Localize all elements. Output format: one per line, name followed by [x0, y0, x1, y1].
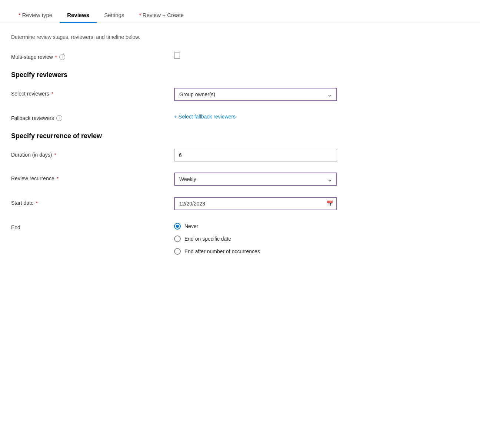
multi-stage-row: Multi-stage review * i [11, 51, 359, 60]
duration-input[interactable] [174, 149, 337, 161]
fallback-reviewers-row: Fallback reviewers i + Select fallback r… [11, 112, 359, 121]
tab-settings[interactable]: Settings [97, 7, 131, 23]
radio-specific-date[interactable] [174, 235, 181, 242]
recurrence-select-wrapper: Weekly Monthly Quarterly Semi-annually A… [174, 173, 337, 186]
select-reviewers-row: Select reviewers * Group owner(s) Select… [11, 88, 359, 101]
fallback-reviewers-label: Fallback reviewers i [11, 112, 174, 121]
duration-label: Duration (in days) * [11, 149, 174, 158]
radio-never-item[interactable]: Never [174, 223, 337, 230]
tab-review-type[interactable]: * Review type [11, 7, 60, 23]
radio-specific-date-label: End on specific date [184, 236, 231, 242]
date-input-wrapper: 📅 [174, 197, 337, 210]
start-date-control: 📅 [174, 197, 337, 210]
recurrence-control: Weekly Monthly Quarterly Semi-annually A… [174, 173, 337, 186]
recurrence-dropdown[interactable]: Weekly Monthly Quarterly Semi-annually A… [174, 173, 337, 186]
specify-reviewers-heading: Specify reviewers [11, 71, 359, 79]
multi-stage-info-icon[interactable]: i [59, 54, 65, 60]
multi-stage-checkbox-wrapper [174, 51, 337, 58]
recurrence-row: Review recurrence * Weekly Monthly Quart… [11, 173, 359, 186]
start-date-input[interactable] [174, 197, 337, 210]
required-star-review-type: * [19, 12, 20, 18]
radio-occurrences-label: End after number of occurrences [184, 248, 260, 254]
tab-review-create-label: Review + Create [143, 12, 184, 18]
radio-occurrences[interactable] [174, 248, 181, 255]
end-control: Never End on specific date End after num… [174, 221, 337, 255]
radio-never-label: Never [184, 223, 198, 229]
select-reviewers-label: Select reviewers * [11, 88, 174, 97]
tab-reviews-label: Reviews [67, 12, 89, 18]
end-radio-group: Never End on specific date End after num… [174, 221, 337, 255]
radio-specific-date-item[interactable]: End on specific date [174, 235, 337, 242]
select-reviewers-dropdown[interactable]: Group owner(s) Selected user(s) or group… [174, 88, 337, 101]
page-subtitle: Determine review stages, reviewers, and … [11, 34, 359, 40]
required-star-multi-stage: * [55, 54, 57, 60]
duration-control [174, 149, 337, 161]
required-star-start-date: * [36, 200, 38, 206]
required-star-review-create: * [139, 12, 141, 18]
recurrence-label: Review recurrence * [11, 173, 174, 181]
main-content: Determine review stages, reviewers, and … [0, 23, 370, 277]
tab-settings-label: Settings [104, 12, 124, 18]
fallback-reviewers-control: + Select fallback reviewers [174, 112, 337, 120]
select-reviewers-control: Group owner(s) Selected user(s) or group… [174, 88, 337, 101]
required-star-reviewers: * [51, 91, 53, 97]
end-row: End Never End on specific date End after… [11, 221, 359, 255]
fallback-info-icon[interactable]: i [56, 115, 62, 121]
nav-tabs: * Review type Reviews Settings * Review … [0, 0, 480, 23]
select-fallback-link[interactable]: + Select fallback reviewers [174, 112, 236, 120]
start-date-row: Start date * 📅 [11, 197, 359, 210]
radio-never[interactable] [174, 223, 181, 230]
required-star-duration: * [54, 152, 56, 158]
tab-reviews[interactable]: Reviews [60, 7, 97, 23]
duration-row: Duration (in days) * [11, 149, 359, 161]
radio-occurrences-item[interactable]: End after number of occurrences [174, 248, 337, 255]
specify-recurrence-heading: Specify recurrence of review [11, 132, 359, 140]
tab-review-create[interactable]: * Review + Create [131, 7, 191, 23]
multi-stage-label: Multi-stage review * i [11, 51, 174, 60]
multi-stage-checkbox[interactable] [174, 53, 180, 58]
reviewers-select-wrapper: Group owner(s) Selected user(s) or group… [174, 88, 337, 101]
tab-review-type-label: Review type [22, 12, 52, 18]
end-label: End [11, 221, 174, 230]
start-date-label: Start date * [11, 197, 174, 206]
required-star-recurrence: * [57, 176, 59, 181]
